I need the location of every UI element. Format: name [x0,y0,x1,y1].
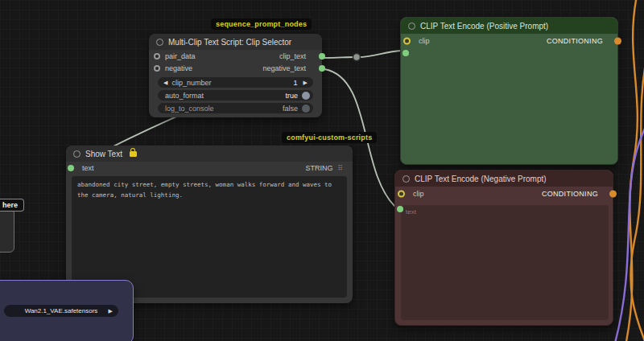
partial-left-badge: here [0,199,24,212]
grip-handle-icon[interactable]: ⠿ [337,164,343,172]
multiclip-title-bar[interactable]: Multi-Clip Text Script: Clip Selector [149,34,322,50]
output-label-conditioning: CONDITIONING [547,37,603,45]
reroute-dot[interactable] [353,54,361,61]
input-socket-clip[interactable] [398,191,405,198]
node-clip-encode-negative[interactable]: CLIP Text Encode (Negative Prompt) clip … [394,170,613,326]
positive-title-bar[interactable]: CLIP Text Encode (Positive Prompt) [401,18,617,34]
log-to-console-value: false [283,105,298,113]
input-socket-clip[interactable] [403,38,411,45]
show-text-title-bar[interactable]: Show Text [66,146,353,162]
input-socket-negative[interactable] [154,65,160,72]
auto-format-knob[interactable] [302,92,310,100]
output-socket-conditioning[interactable] [609,191,617,198]
increment-arrow-icon[interactable]: ▶ [303,80,308,85]
node-pack-badge-sequence-prompt-nodes: sequence_prompt_nodes [211,18,312,30]
output-socket-conditioning[interactable] [614,38,621,45]
wire-cliptext-to-reroute [324,57,355,58]
combo-arrow-icon[interactable]: ▶ [109,308,113,314]
show-text-io-row: text STRING ⠿ [66,162,353,174]
input-label-clip: clip [419,37,430,45]
multiclip-row-pair-data: pair_data clip_text [149,50,322,62]
output-label-negative-text: negative_text [262,64,306,72]
show-text-title: Show Text [85,150,122,158]
clip-number-value: 1 [294,79,298,87]
input-socket-text[interactable] [68,165,74,171]
input-label-text: text [82,164,94,172]
wire-model-strand [614,121,644,341]
node-clip-encode-positive[interactable]: CLIP Text Encode (Positive Prompt) clip … [400,17,618,165]
clip-number-label: clip_number [171,79,211,87]
log-to-console-label: log_to_console [165,105,214,113]
positive-title: CLIP Text Encode (Positive Prompt) [420,22,548,31]
vae-combo-value: Wan2.1_VAE.safetensors [25,307,98,314]
output-label-conditioning: CONDITIONING [542,190,598,198]
collapse-dot-icon[interactable] [156,39,163,46]
clip-number-widget[interactable]: ◀ clip_number 1 ▶ [158,77,313,88]
input-label-clip: clip [413,190,424,198]
partial-left-node[interactable] [0,208,14,253]
collapse-dot-icon[interactable] [402,175,410,183]
wire-reroute-to-positive-text [358,51,401,57]
collapse-dot-icon[interactable] [73,150,80,158]
multiclip-title: Multi-Clip Text Script: Clip Selector [168,38,291,47]
multiclip-row-negative: negative negative_text [149,62,322,74]
input-label-pair-data: pair_data [165,52,196,60]
negative-clip-row: clip CONDITIONING [395,187,613,201]
auto-format-value: true [285,92,298,100]
positive-clip-row: clip CONDITIONING [401,34,617,48]
input-socket-text[interactable] [397,206,403,212]
auto-format-toggle[interactable]: auto_format true [158,90,313,101]
node-vae-loader-partial[interactable]: Wan2.1_VAE.safetensors ▶ [0,280,134,341]
negative-title: CLIP Text Encode (Negative Prompt) [415,175,547,183]
vae-combo-widget[interactable]: Wan2.1_VAE.safetensors ▶ [4,305,118,317]
output-socket-negative-text[interactable] [319,65,325,72]
node-pack-badge-comfyui-custom-scripts: comfyui-custom-scripts [282,132,377,143]
output-socket-clip-text[interactable] [319,53,325,60]
wire-conditioning-strand-2 [630,48,644,341]
input-socket-text[interactable] [402,50,409,56]
pinned-lock-icon [130,151,137,157]
decrement-arrow-icon[interactable]: ◀ [163,80,167,85]
negative-text-area[interactable]: text [401,205,609,320]
auto-format-label: auto_format [165,92,204,100]
log-to-console-knob[interactable] [302,105,310,113]
negative-title-bar[interactable]: CLIP Text Encode (Negative Prompt) [395,170,613,187]
input-label-negative: negative [165,64,192,72]
node-multiclip-text-script[interactable]: Multi-Clip Text Script: Clip Selector pa… [149,34,322,117]
output-label-clip-text: clip_text [279,52,306,60]
output-label-string: STRING [305,164,332,172]
log-to-console-toggle[interactable]: log_to_console false [158,103,313,113]
input-socket-pair-data[interactable] [154,53,160,60]
collapse-dot-icon[interactable] [408,23,415,30]
